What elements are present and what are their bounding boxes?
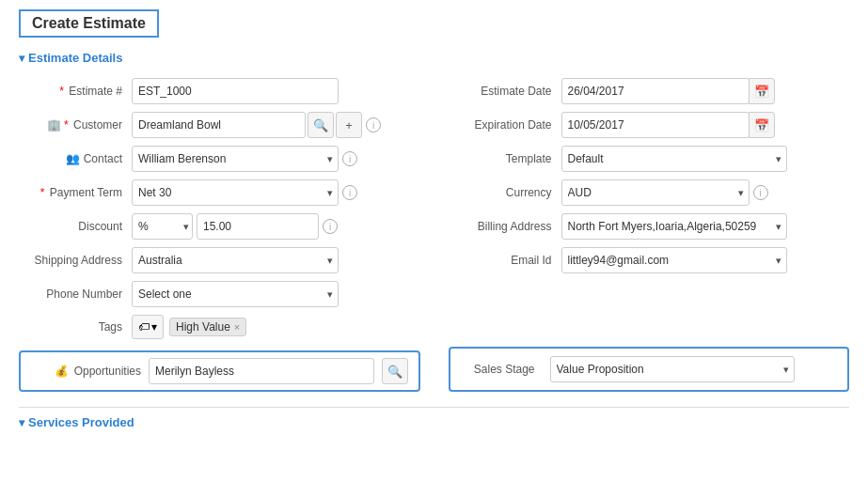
expiration-date-input[interactable] bbox=[561, 112, 750, 138]
required-marker: * bbox=[59, 85, 64, 98]
customer-search-button[interactable]: 🔍 bbox=[308, 112, 334, 138]
opportunities-salesstage-row: 💰 Opportunities 🔍 Sales Stage Value Prop… bbox=[19, 347, 849, 392]
customer-add-button[interactable]: + bbox=[336, 112, 362, 138]
currency-info-icon[interactable]: i bbox=[753, 185, 768, 200]
currency-select-wrapper: AUD bbox=[561, 179, 750, 206]
expiration-date-calendar-button[interactable]: 📅 bbox=[749, 112, 775, 138]
estimate-date-input[interactable] bbox=[561, 78, 750, 104]
sales-stage-select[interactable]: Value Proposition bbox=[550, 356, 795, 382]
shipping-address-select-wrapper: Australia bbox=[132, 247, 339, 273]
tags-chevron-icon: ▾ bbox=[151, 320, 157, 334]
phone-number-select[interactable]: Select one bbox=[132, 281, 339, 307]
customer-input-group: 🔍 + bbox=[132, 112, 362, 138]
phone-number-label: Phone Number bbox=[19, 288, 132, 301]
sales-stage-label: Sales Stage bbox=[458, 363, 543, 376]
billing-address-select[interactable]: North Fort Myers,Ioaria,Algeria,50259 bbox=[561, 213, 787, 240]
estimate-date-row: Estimate Date 📅 bbox=[449, 78, 850, 104]
email-id-select-wrapper: littley94@gmail.com bbox=[561, 247, 787, 273]
phone-number-select-wrapper: Select one bbox=[132, 281, 339, 307]
tags-dropdown-button[interactable]: 🏷 ▾ bbox=[132, 315, 164, 339]
template-row: Template Default bbox=[449, 146, 850, 172]
customer-info-icon[interactable]: i bbox=[366, 117, 381, 132]
opportunities-section: 💰 Opportunities 🔍 bbox=[19, 350, 420, 392]
email-id-select[interactable]: littley94@gmail.com bbox=[561, 247, 787, 273]
billing-address-select-wrapper: North Fort Myers,Ioaria,Algeria,50259 bbox=[561, 213, 787, 240]
tags-row: Tags 🏷 ▾ High Value × bbox=[19, 315, 420, 339]
currency-row: Currency AUD i bbox=[449, 179, 850, 206]
tags-label: Tags bbox=[19, 320, 132, 334]
shipping-address-select[interactable]: Australia bbox=[132, 247, 339, 273]
high-value-tag: High Value × bbox=[169, 318, 246, 336]
customer-label: 🏢 * Customer bbox=[19, 118, 132, 132]
tags-input-area: 🏷 ▾ High Value × bbox=[132, 315, 246, 339]
payment-term-select-wrapper: Net 30 bbox=[132, 179, 339, 206]
template-select[interactable]: Default bbox=[561, 146, 787, 172]
estimate-date-label: Estimate Date bbox=[449, 85, 561, 98]
contact-row: 👥 Contact William Berenson i bbox=[19, 146, 420, 172]
tag-remove-button[interactable]: × bbox=[234, 321, 240, 333]
expiration-date-input-group: 📅 bbox=[561, 112, 775, 138]
payment-term-select[interactable]: Net 30 bbox=[132, 179, 339, 206]
contact-people-icon: 👥 bbox=[66, 152, 80, 165]
customer-input[interactable] bbox=[132, 112, 306, 138]
expiration-date-row: Expiration Date 📅 bbox=[449, 112, 850, 138]
required-marker-customer: * bbox=[64, 118, 69, 132]
discount-label: Discount bbox=[19, 220, 132, 233]
contact-label: 👥 Contact bbox=[19, 152, 132, 165]
billing-address-row: Billing Address North Fort Myers,Ioaria,… bbox=[449, 213, 850, 240]
section-divider bbox=[19, 407, 849, 408]
discount-type-select[interactable]: % bbox=[132, 213, 193, 240]
sales-stage-select-wrapper: Value Proposition bbox=[550, 356, 795, 382]
payment-term-label: * Payment Term bbox=[19, 186, 132, 199]
opportunities-label-group: 💰 Opportunities bbox=[28, 365, 141, 378]
currency-select[interactable]: AUD bbox=[561, 179, 750, 206]
page-title: Create Estimate bbox=[19, 9, 159, 38]
estimate-number-input[interactable] bbox=[132, 78, 339, 104]
template-label: Template bbox=[449, 152, 561, 165]
estimate-date-calendar-button[interactable]: 📅 bbox=[749, 78, 775, 104]
right-column: Estimate Date 📅 Expiration Date 📅 Templa… bbox=[449, 78, 850, 347]
estimate-number-row: * Estimate # bbox=[19, 78, 420, 104]
estimate-date-input-group: 📅 bbox=[561, 78, 775, 104]
email-id-label: Email Id bbox=[449, 254, 561, 267]
services-provided-header[interactable]: Services Provided bbox=[19, 415, 849, 429]
opportunities-search-button[interactable]: 🔍 bbox=[382, 358, 408, 384]
tag-icon: 🏷 bbox=[138, 320, 150, 334]
discount-amount-input[interactable] bbox=[197, 213, 319, 240]
contact-select[interactable]: William Berenson bbox=[132, 146, 339, 172]
template-select-wrapper: Default bbox=[561, 146, 787, 172]
customer-row: 🏢 * Customer 🔍 + i bbox=[19, 112, 420, 138]
services-provided-section: Services Provided bbox=[19, 407, 849, 429]
shipping-address-label: Shipping Address bbox=[19, 254, 132, 267]
opportunities-input[interactable] bbox=[149, 358, 374, 384]
payment-term-info-icon[interactable]: i bbox=[342, 185, 357, 200]
discount-row: Discount % i bbox=[19, 213, 420, 240]
contact-info-icon[interactable]: i bbox=[342, 151, 357, 166]
discount-type-wrapper: % bbox=[132, 213, 193, 240]
email-id-row: Email Id littley94@gmail.com bbox=[449, 247, 850, 273]
currency-label: Currency bbox=[449, 186, 561, 199]
form-grid: * Estimate # 🏢 * Customer 🔍 + i 👥 Con bbox=[19, 78, 849, 347]
sales-stage-section: Sales Stage Value Proposition bbox=[449, 347, 850, 392]
estimate-number-label: * Estimate # bbox=[19, 85, 132, 98]
estimate-details-section[interactable]: Estimate Details bbox=[19, 51, 849, 65]
discount-inputs: % bbox=[132, 213, 319, 240]
discount-info-icon[interactable]: i bbox=[323, 219, 338, 234]
left-column: * Estimate # 🏢 * Customer 🔍 + i 👥 Con bbox=[19, 78, 420, 347]
contact-select-wrapper: William Berenson bbox=[132, 146, 339, 172]
billing-address-label: Billing Address bbox=[449, 220, 561, 233]
phone-number-row: Phone Number Select one bbox=[19, 281, 420, 307]
opportunities-bag-icon: 💰 bbox=[55, 365, 69, 378]
expiration-date-label: Expiration Date bbox=[449, 118, 561, 132]
payment-term-row: * Payment Term Net 30 i bbox=[19, 179, 420, 206]
shipping-address-row: Shipping Address Australia bbox=[19, 247, 420, 273]
customer-building-icon: 🏢 bbox=[47, 118, 61, 132]
required-marker-payment: * bbox=[40, 186, 45, 199]
